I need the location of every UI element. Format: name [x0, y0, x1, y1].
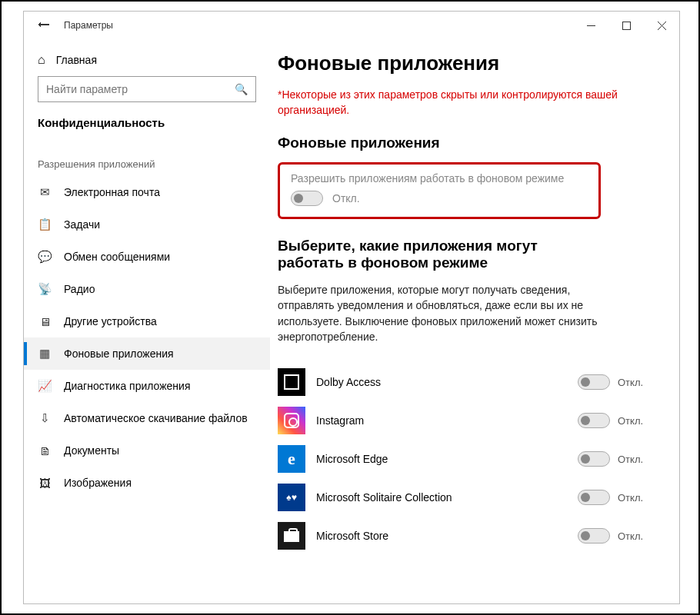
app-state: Откл. — [618, 454, 652, 465]
master-toggle-state: Откл. — [332, 192, 360, 204]
app-name: Microsoft Store — [316, 530, 567, 542]
search-input[interactable] — [46, 83, 235, 95]
app-name: Microsoft Solitaire Collection — [316, 491, 567, 504]
clipboard-icon: 📋 — [38, 218, 52, 231]
sidebar-item-label: Автоматическое скачивание файлов — [64, 412, 248, 424]
home-icon: ⌂ — [38, 53, 45, 67]
home-nav[interactable]: ⌂ Главная — [24, 53, 270, 76]
background-apps-icon: ▦ — [38, 347, 52, 361]
download-icon: ⇩ — [38, 411, 52, 425]
content-area: Фоновые приложения *Некоторые из этих па… — [270, 39, 679, 603]
instagram-icon — [278, 407, 305, 434]
category-label: Конфиденциальность — [24, 116, 270, 143]
sidebar-item-tasks[interactable]: 📋 Задачи — [24, 208, 270, 241]
app-name: Instagram — [316, 414, 567, 427]
picture-icon: 🖼 — [38, 477, 52, 490]
sidebar-item-label: Радио — [64, 283, 95, 295]
section-heading-choose-apps: Выберите, какие приложения могут работат… — [278, 238, 601, 271]
app-row-solitaire: Microsoft Solitaire Collection Откл. — [278, 478, 656, 517]
search-icon: 🔍 — [235, 83, 248, 95]
app-name: Dolby Access — [316, 376, 567, 388]
sidebar-item-label: Изображения — [64, 477, 132, 489]
app-toggle-solitaire[interactable] — [578, 490, 610, 505]
diagnostics-icon: 📈 — [38, 379, 52, 393]
store-icon — [278, 522, 305, 550]
sidebar-item-label: Задачи — [64, 218, 100, 231]
app-state: Откл. — [618, 377, 652, 388]
app-state: Откл. — [618, 492, 652, 504]
sidebar-item-messaging[interactable]: 💬 Обмен сообщениями — [24, 241, 270, 273]
dolby-icon — [278, 368, 305, 396]
sidebar-item-label: Обмен сообщениями — [64, 251, 170, 263]
sidebar-item-label: Диагностика приложения — [64, 380, 190, 392]
sidebar-item-label: Фоновые приложения — [64, 347, 174, 360]
window-title: Параметры — [64, 20, 113, 31]
sidebar-item-pictures[interactable]: 🖼 Изображения — [24, 467, 270, 499]
svg-rect-1 — [622, 22, 630, 29]
section-heading-background: Фоновые приложения — [278, 135, 656, 151]
page-title: Фоновые приложения — [278, 52, 656, 75]
sidebar-item-label: Другие устройства — [64, 315, 157, 327]
sidebar-item-other-devices[interactable]: 🖥 Другие устройства — [24, 305, 270, 337]
policy-warning: *Некоторые из этих параметров скрыты или… — [278, 88, 632, 118]
sidebar-item-file-downloads[interactable]: ⇩ Автоматическое скачивание файлов — [24, 402, 270, 434]
back-button[interactable]: 🠔 — [38, 18, 50, 32]
app-row-instagram: Instagram Откл. — [278, 401, 656, 440]
app-toggle-edge[interactable] — [578, 451, 610, 467]
app-row-dolby: Dolby Access Откл. — [278, 363, 656, 401]
solitaire-icon — [278, 484, 305, 511]
app-state: Откл. — [618, 530, 652, 542]
app-state: Откл. — [618, 415, 652, 427]
minimize-button[interactable] — [573, 12, 608, 39]
section-label: Разрешения приложений — [24, 143, 270, 176]
sidebar-item-background-apps[interactable]: ▦ Фоновые приложения — [24, 337, 270, 370]
master-toggle-label: Разрешить приложениям работать в фоновом… — [291, 172, 588, 184]
sidebar: ⌂ Главная 🔍 Конфиденциальность Разрешени… — [24, 39, 270, 603]
radio-icon: 📡 — [38, 282, 52, 296]
app-name: Microsoft Edge — [316, 453, 567, 465]
app-toggle-store[interactable] — [578, 528, 610, 544]
mail-icon: ✉ — [38, 185, 52, 199]
section-description: Выберите приложения, которые могут получ… — [278, 282, 608, 344]
maximize-button[interactable] — [608, 12, 644, 39]
sidebar-item-label: Документы — [64, 444, 119, 457]
home-label: Главная — [56, 54, 97, 66]
chat-icon: 💬 — [38, 250, 52, 264]
edge-icon: e — [278, 445, 305, 473]
app-toggle-dolby[interactable] — [578, 374, 610, 390]
sidebar-item-email[interactable]: ✉ Электронная почта — [24, 176, 270, 208]
settings-window: 🠔 Параметры ⌂ Главная 🔍 Конфи — [23, 11, 680, 604]
app-row-edge: e Microsoft Edge Откл. — [278, 440, 656, 478]
sidebar-item-app-diagnostics[interactable]: 📈 Диагностика приложения — [24, 370, 270, 402]
close-button[interactable] — [644, 12, 679, 39]
search-box[interactable]: 🔍 — [38, 76, 256, 102]
sidebar-item-radio[interactable]: 📡 Радио — [24, 273, 270, 305]
devices-icon: 🖥 — [38, 315, 52, 328]
sidebar-item-documents[interactable]: 🗎 Документы — [24, 434, 270, 467]
titlebar: 🠔 Параметры — [24, 12, 679, 39]
document-icon: 🗎 — [38, 444, 52, 457]
app-row-store: Microsoft Store Откл. — [278, 517, 656, 555]
app-toggle-instagram[interactable] — [578, 413, 610, 428]
master-toggle[interactable] — [291, 191, 323, 206]
master-toggle-callout: Разрешить приложениям работать в фоновом… — [278, 162, 601, 219]
sidebar-item-label: Электронная почта — [64, 186, 160, 198]
